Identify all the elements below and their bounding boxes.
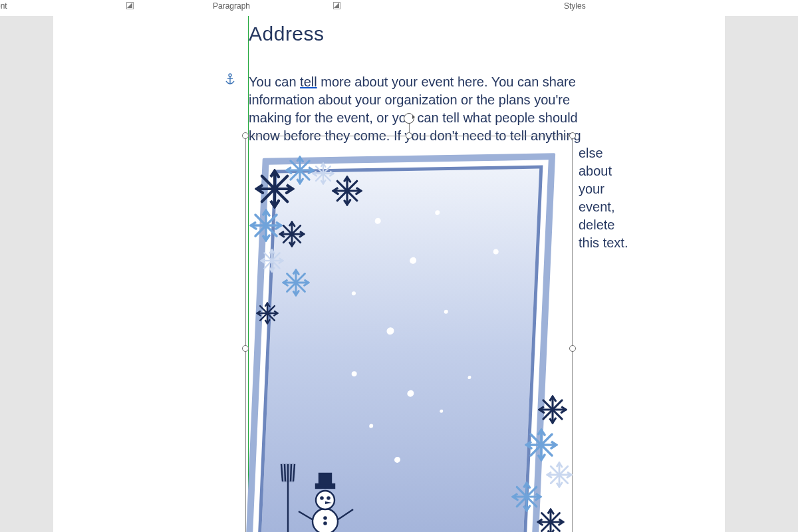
ribbon-group-font: ont bbox=[0, 1, 7, 11]
snowflake-icon bbox=[285, 156, 315, 185]
snow-dot bbox=[410, 257, 416, 264]
ribbon-group-font-label: ont bbox=[0, 1, 7, 11]
body-text-pre: You can bbox=[249, 74, 300, 89]
winter-frame-picture[interactable] bbox=[245, 136, 573, 532]
object-anchor-icon[interactable] bbox=[225, 73, 235, 89]
snowflake-icon bbox=[525, 428, 558, 462]
snow-dot bbox=[369, 424, 373, 428]
snow-dot bbox=[386, 327, 394, 334]
ribbon-group-styles: Styles bbox=[564, 1, 586, 11]
resize-handle-tm[interactable] bbox=[406, 132, 412, 139]
ribbon-group-paragraph-label: Paragraph bbox=[213, 1, 250, 11]
resize-handle-ml[interactable] bbox=[242, 345, 249, 352]
snow-dot bbox=[374, 218, 380, 224]
snow-dot bbox=[440, 410, 443, 413]
snowflake-icon bbox=[279, 221, 305, 247]
heading-address[interactable]: Address bbox=[249, 23, 325, 45]
svg-line-19 bbox=[337, 509, 353, 520]
svg-point-0 bbox=[229, 74, 231, 76]
resize-handle-mr[interactable] bbox=[569, 345, 576, 352]
workspace-gutter-left bbox=[0, 16, 53, 532]
snow-dot bbox=[435, 210, 440, 215]
ribbon-group-strip: ont Paragraph Styles bbox=[0, 0, 798, 17]
ribbon-group-paragraph: Paragraph bbox=[213, 1, 250, 11]
svg-point-8 bbox=[313, 509, 338, 532]
snowflake-icon bbox=[538, 395, 567, 424]
snow-dot bbox=[467, 376, 471, 379]
snowflake-icon bbox=[249, 209, 283, 242]
snowflake-icon bbox=[256, 302, 279, 325]
svg-point-9 bbox=[316, 491, 334, 509]
body-text-spellflag: tell bbox=[300, 74, 317, 89]
snow-dot bbox=[351, 371, 356, 376]
snow-dot bbox=[407, 390, 414, 397]
svg-point-13 bbox=[327, 497, 329, 499]
svg-line-18 bbox=[299, 511, 313, 520]
ribbon-group-styles-label: Styles bbox=[564, 1, 586, 11]
svg-point-14 bbox=[324, 517, 326, 519]
workspace-gutter-right bbox=[725, 16, 798, 532]
snowflake-icon bbox=[312, 162, 334, 185]
svg-line-22 bbox=[285, 464, 285, 481]
paragraph-dialog-launcher[interactable] bbox=[333, 2, 340, 9]
snowflake-icon bbox=[546, 462, 573, 488]
resize-handle-tl[interactable] bbox=[242, 132, 249, 139]
snow-dot bbox=[352, 291, 356, 295]
snowman-icon bbox=[279, 455, 365, 532]
snow-dot bbox=[394, 457, 400, 463]
snowflake-icon bbox=[260, 249, 284, 273]
document-page[interactable]: Address You can tell more about your eve… bbox=[53, 16, 725, 532]
svg-point-12 bbox=[321, 497, 323, 499]
svg-point-15 bbox=[324, 522, 326, 524]
snow-dot bbox=[493, 249, 499, 255]
rotation-handle[interactable] bbox=[404, 113, 414, 124]
snow-dot bbox=[444, 310, 448, 314]
snowflake-icon bbox=[332, 176, 362, 206]
font-dialog-launcher[interactable] bbox=[126, 2, 134, 9]
snowflake-icon bbox=[282, 269, 310, 297]
snowflake-icon bbox=[537, 508, 565, 532]
svg-line-24 bbox=[291, 464, 291, 481]
svg-rect-11 bbox=[319, 473, 331, 485]
body-paragraph-wrapped[interactable]: else about your event, delete this text. bbox=[579, 144, 632, 252]
body-paragraph[interactable]: You can tell more about your event here.… bbox=[249, 73, 601, 145]
resize-handle-tr[interactable] bbox=[569, 132, 576, 139]
